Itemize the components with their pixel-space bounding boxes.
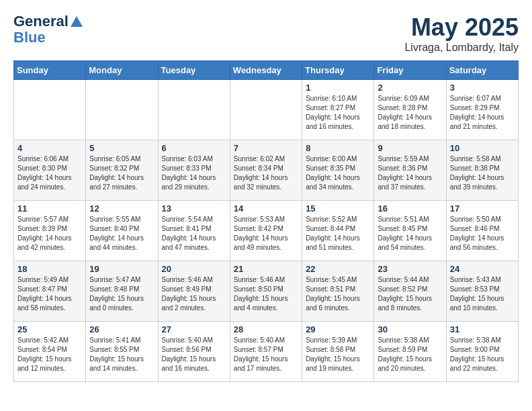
day-cell-12: 12Sunrise: 5:55 AM Sunset: 8:40 PM Dayli… xyxy=(86,201,158,261)
day-cell-10: 10Sunrise: 5:58 AM Sunset: 8:38 PM Dayli… xyxy=(446,140,518,201)
day-number: 5 xyxy=(89,143,154,153)
day-info: Sunrise: 5:44 AM Sunset: 8:52 PM Dayligh… xyxy=(378,275,442,313)
day-number: 23 xyxy=(378,264,442,274)
day-cell-1: 1Sunrise: 6:10 AM Sunset: 8:27 PM Daylig… xyxy=(302,80,374,140)
day-info: Sunrise: 5:55 AM Sunset: 8:40 PM Dayligh… xyxy=(89,215,154,253)
day-info: Sunrise: 5:49 AM Sunset: 8:47 PM Dayligh… xyxy=(17,275,82,313)
day-number: 11 xyxy=(17,203,82,214)
day-number: 8 xyxy=(306,143,370,153)
day-number: 26 xyxy=(89,324,154,334)
day-info: Sunrise: 6:07 AM Sunset: 8:29 PM Dayligh… xyxy=(450,94,515,132)
weekday-header-row: SundayMondayTuesdayWednesdayThursdayFrid… xyxy=(14,61,519,80)
empty-cell xyxy=(14,80,86,140)
day-info: Sunrise: 5:41 AM Sunset: 8:55 PM Dayligh… xyxy=(89,336,154,373)
day-cell-24: 24Sunrise: 5:43 AM Sunset: 8:53 PM Dayli… xyxy=(446,261,518,322)
day-info: Sunrise: 5:40 AM Sunset: 8:56 PM Dayligh… xyxy=(162,336,226,373)
page-header: General Blue May 2025 Livraga, Lombardy,… xyxy=(13,13,519,54)
logo-text: General xyxy=(13,13,84,30)
day-cell-23: 23Sunrise: 5:44 AM Sunset: 8:52 PM Dayli… xyxy=(374,261,446,322)
weekday-header-friday: Friday xyxy=(374,61,446,80)
location-subtitle: Livraga, Lombardy, Italy xyxy=(404,42,519,54)
day-number: 9 xyxy=(378,143,442,153)
day-cell-22: 22Sunrise: 5:45 AM Sunset: 8:51 PM Dayli… xyxy=(302,261,374,322)
day-info: Sunrise: 6:06 AM Sunset: 8:30 PM Dayligh… xyxy=(17,154,82,192)
day-cell-21: 21Sunrise: 5:46 AM Sunset: 8:50 PM Dayli… xyxy=(230,261,302,322)
day-cell-31: 31Sunrise: 5:38 AM Sunset: 9:00 PM Dayli… xyxy=(446,322,518,382)
week-row-1: 1Sunrise: 6:10 AM Sunset: 8:27 PM Daylig… xyxy=(14,80,519,140)
weekday-header-monday: Monday xyxy=(86,61,158,80)
weekday-header-tuesday: Tuesday xyxy=(158,61,230,80)
day-cell-3: 3Sunrise: 6:07 AM Sunset: 8:29 PM Daylig… xyxy=(446,80,518,140)
day-number: 27 xyxy=(162,324,226,334)
day-cell-8: 8Sunrise: 6:00 AM Sunset: 8:35 PM Daylig… xyxy=(302,140,374,201)
day-number: 4 xyxy=(17,143,82,153)
day-cell-15: 15Sunrise: 5:52 AM Sunset: 8:44 PM Dayli… xyxy=(302,201,374,261)
weekday-header-saturday: Saturday xyxy=(446,61,518,80)
day-cell-16: 16Sunrise: 5:51 AM Sunset: 8:45 PM Dayli… xyxy=(374,201,446,261)
day-info: Sunrise: 5:39 AM Sunset: 8:58 PM Dayligh… xyxy=(306,336,370,373)
day-cell-4: 4Sunrise: 6:06 AM Sunset: 8:30 PM Daylig… xyxy=(14,140,86,201)
day-number: 10 xyxy=(450,143,515,153)
day-number: 19 xyxy=(89,264,154,274)
logo: General Blue xyxy=(13,13,84,46)
day-number: 15 xyxy=(306,203,370,214)
day-info: Sunrise: 5:47 AM Sunset: 8:48 PM Dayligh… xyxy=(89,275,154,313)
calendar-table: SundayMondayTuesdayWednesdayThursdayFrid… xyxy=(13,60,519,382)
day-number: 14 xyxy=(234,203,298,214)
day-number: 17 xyxy=(450,203,515,214)
day-info: Sunrise: 5:38 AM Sunset: 8:59 PM Dayligh… xyxy=(378,336,442,373)
empty-cell xyxy=(86,80,158,140)
week-row-2: 4Sunrise: 6:06 AM Sunset: 8:30 PM Daylig… xyxy=(14,140,519,201)
day-info: Sunrise: 5:51 AM Sunset: 8:45 PM Dayligh… xyxy=(378,215,442,253)
day-cell-30: 30Sunrise: 5:38 AM Sunset: 8:59 PM Dayli… xyxy=(374,322,446,382)
day-number: 2 xyxy=(378,83,442,93)
day-cell-5: 5Sunrise: 6:05 AM Sunset: 8:32 PM Daylig… xyxy=(86,140,158,201)
day-info: Sunrise: 6:05 AM Sunset: 8:32 PM Dayligh… xyxy=(89,154,154,192)
day-number: 1 xyxy=(306,83,370,93)
day-number: 29 xyxy=(306,324,370,334)
week-row-3: 11Sunrise: 5:57 AM Sunset: 8:39 PM Dayli… xyxy=(14,201,519,261)
day-number: 6 xyxy=(162,143,226,153)
day-number: 18 xyxy=(17,264,82,274)
day-number: 21 xyxy=(234,264,298,274)
day-info: Sunrise: 5:46 AM Sunset: 8:49 PM Dayligh… xyxy=(162,275,226,313)
day-cell-28: 28Sunrise: 5:40 AM Sunset: 8:57 PM Dayli… xyxy=(230,322,302,382)
day-number: 31 xyxy=(450,324,515,334)
day-info: Sunrise: 6:00 AM Sunset: 8:35 PM Dayligh… xyxy=(306,154,370,192)
day-info: Sunrise: 5:45 AM Sunset: 8:51 PM Dayligh… xyxy=(306,275,370,313)
day-info: Sunrise: 6:09 AM Sunset: 8:28 PM Dayligh… xyxy=(378,94,442,132)
day-number: 25 xyxy=(17,324,82,334)
day-cell-14: 14Sunrise: 5:53 AM Sunset: 8:42 PM Dayli… xyxy=(230,201,302,261)
day-cell-18: 18Sunrise: 5:49 AM Sunset: 8:47 PM Dayli… xyxy=(14,261,86,322)
weekday-header-sunday: Sunday xyxy=(14,61,86,80)
empty-cell xyxy=(230,80,302,140)
day-info: Sunrise: 6:10 AM Sunset: 8:27 PM Dayligh… xyxy=(306,94,370,132)
day-cell-26: 26Sunrise: 5:41 AM Sunset: 8:55 PM Dayli… xyxy=(86,322,158,382)
day-cell-29: 29Sunrise: 5:39 AM Sunset: 8:58 PM Dayli… xyxy=(302,322,374,382)
day-cell-20: 20Sunrise: 5:46 AM Sunset: 8:49 PM Dayli… xyxy=(158,261,230,322)
day-cell-6: 6Sunrise: 6:03 AM Sunset: 8:33 PM Daylig… xyxy=(158,140,230,201)
day-cell-17: 17Sunrise: 5:50 AM Sunset: 8:46 PM Dayli… xyxy=(446,201,518,261)
day-cell-27: 27Sunrise: 5:40 AM Sunset: 8:56 PM Dayli… xyxy=(158,322,230,382)
weekday-header-thursday: Thursday xyxy=(302,61,374,80)
svg-marker-0 xyxy=(71,16,83,27)
week-row-5: 25Sunrise: 5:42 AM Sunset: 8:54 PM Dayli… xyxy=(14,322,519,382)
day-info: Sunrise: 6:02 AM Sunset: 8:34 PM Dayligh… xyxy=(234,154,298,192)
day-info: Sunrise: 5:52 AM Sunset: 8:44 PM Dayligh… xyxy=(306,215,370,253)
day-info: Sunrise: 5:42 AM Sunset: 8:54 PM Dayligh… xyxy=(17,336,82,373)
week-row-4: 18Sunrise: 5:49 AM Sunset: 8:47 PM Dayli… xyxy=(14,261,519,322)
day-cell-7: 7Sunrise: 6:02 AM Sunset: 8:34 PM Daylig… xyxy=(230,140,302,201)
day-cell-25: 25Sunrise: 5:42 AM Sunset: 8:54 PM Dayli… xyxy=(14,322,86,382)
day-number: 22 xyxy=(306,264,370,274)
day-number: 12 xyxy=(89,203,154,214)
empty-cell xyxy=(158,80,230,140)
day-cell-9: 9Sunrise: 5:59 AM Sunset: 8:36 PM Daylig… xyxy=(374,140,446,201)
day-info: Sunrise: 5:40 AM Sunset: 8:57 PM Dayligh… xyxy=(234,336,298,373)
month-title: May 2025 xyxy=(404,13,519,42)
day-number: 24 xyxy=(450,264,515,274)
day-number: 28 xyxy=(234,324,298,334)
day-number: 16 xyxy=(378,203,442,214)
day-info: Sunrise: 5:59 AM Sunset: 8:36 PM Dayligh… xyxy=(378,154,442,192)
day-number: 3 xyxy=(450,83,515,93)
day-cell-2: 2Sunrise: 6:09 AM Sunset: 8:28 PM Daylig… xyxy=(374,80,446,140)
